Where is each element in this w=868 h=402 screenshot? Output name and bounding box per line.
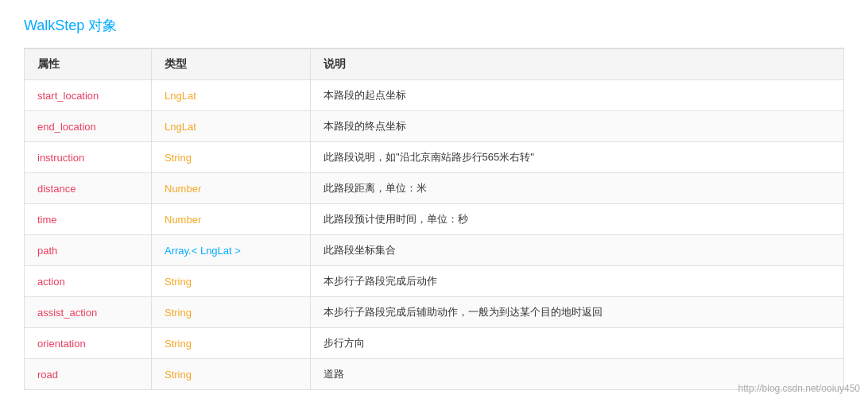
attr-value: action bbox=[37, 276, 65, 288]
header-desc: 说明 bbox=[311, 49, 844, 80]
type-value: String bbox=[165, 369, 192, 381]
cell-type: String bbox=[152, 359, 311, 390]
cell-desc: 此路段预计使用时间，单位：秒 bbox=[311, 204, 844, 235]
watermark: http://blog.csdn.net/ooiuy450 bbox=[738, 383, 860, 394]
header-attr: 属性 bbox=[25, 49, 152, 80]
table-row: orientationString步行方向 bbox=[25, 328, 844, 359]
type-value: String bbox=[165, 152, 192, 164]
cell-type: LngLat bbox=[152, 80, 311, 111]
cell-desc: 本路段的终点坐标 bbox=[311, 111, 844, 142]
desc-value: 步行方向 bbox=[324, 337, 365, 349]
desc-value: 道路 bbox=[324, 368, 344, 380]
header-type: 类型 bbox=[152, 49, 311, 80]
cell-type: Number bbox=[152, 204, 311, 235]
cell-type: LngLat bbox=[152, 111, 311, 142]
cell-attr: path bbox=[25, 235, 152, 266]
cell-desc: 本步行子路段完成后动作 bbox=[311, 266, 844, 297]
desc-value: 本路段的终点坐标 bbox=[324, 120, 406, 132]
cell-attr: instruction bbox=[25, 142, 152, 173]
table-row: end_locationLngLat本路段的终点坐标 bbox=[25, 111, 844, 142]
table-row: start_locationLngLat本路段的起点坐标 bbox=[25, 80, 844, 111]
type-value: String bbox=[165, 276, 192, 288]
cell-attr: start_location bbox=[25, 80, 152, 111]
table-row: actionString本步行子路段完成后动作 bbox=[25, 266, 844, 297]
attr-value: instruction bbox=[37, 152, 84, 164]
cell-desc: 步行方向 bbox=[311, 328, 844, 359]
cell-type: Array.< LngLat > bbox=[152, 235, 311, 266]
cell-attr: end_location bbox=[25, 111, 152, 142]
desc-value: 此路段距离，单位：米 bbox=[324, 182, 427, 194]
desc-value: 此路段预计使用时间，单位：秒 bbox=[324, 213, 468, 225]
table-row: instructionString此路段说明，如"沿北京南站路步行565米右转" bbox=[25, 142, 844, 173]
attr-value: assist_action bbox=[37, 307, 97, 319]
attr-value: end_location bbox=[37, 121, 96, 133]
cell-desc: 此路段说明，如"沿北京南站路步行565米右转" bbox=[311, 142, 844, 173]
table-row: distanceNumber此路段距离，单位：米 bbox=[25, 173, 844, 204]
table-header-row: 属性 类型 说明 bbox=[25, 49, 844, 80]
attr-value: road bbox=[37, 369, 58, 381]
cell-desc: 本路段的起点坐标 bbox=[311, 80, 844, 111]
attr-value: start_location bbox=[37, 90, 99, 102]
cell-attr: time bbox=[25, 204, 152, 235]
desc-value: 本步行子路段完成后动作 bbox=[324, 275, 437, 287]
cell-attr: action bbox=[25, 266, 152, 297]
cell-desc: 此路段坐标集合 bbox=[311, 235, 844, 266]
type-value: String bbox=[165, 338, 192, 350]
desc-value: 本步行子路段完成后辅助动作，一般为到达某个目的地时返回 bbox=[324, 306, 603, 318]
cell-type: String bbox=[152, 142, 311, 173]
attr-value: orientation bbox=[37, 338, 86, 350]
walkstep-table: 属性 类型 说明 start_locationLngLat本路段的起点坐标end… bbox=[24, 48, 844, 390]
type-value: Number bbox=[165, 214, 201, 226]
page-title: WalkStep 对象 bbox=[24, 16, 844, 35]
table-row: assist_actionString本步行子路段完成后辅助动作，一般为到达某个… bbox=[25, 297, 844, 328]
cell-type: String bbox=[152, 328, 311, 359]
cell-type: String bbox=[152, 297, 311, 328]
cell-type: String bbox=[152, 266, 311, 297]
type-value: Array.< LngLat > bbox=[165, 245, 241, 257]
desc-value: 此路段坐标集合 bbox=[324, 244, 396, 256]
table-row: pathArray.< LngLat >此路段坐标集合 bbox=[25, 235, 844, 266]
cell-desc: 本步行子路段完成后辅助动作，一般为到达某个目的地时返回 bbox=[311, 297, 844, 328]
cell-attr: assist_action bbox=[25, 297, 152, 328]
type-value: LngLat bbox=[165, 121, 196, 133]
attr-value: distance bbox=[37, 183, 76, 195]
cell-attr: orientation bbox=[25, 328, 152, 359]
type-value: Number bbox=[165, 183, 201, 195]
cell-type: Number bbox=[152, 173, 311, 204]
cell-attr: road bbox=[25, 359, 152, 390]
table-row: roadString道路 bbox=[25, 359, 844, 390]
desc-value: 此路段说明，如"沿北京南站路步行565米右转" bbox=[324, 151, 534, 163]
attr-value: time bbox=[37, 214, 57, 226]
desc-value: 本路段的起点坐标 bbox=[324, 89, 406, 101]
attr-value: path bbox=[37, 245, 57, 257]
cell-attr: distance bbox=[25, 173, 152, 204]
type-value: String bbox=[165, 307, 192, 319]
cell-desc: 此路段距离，单位：米 bbox=[311, 173, 844, 204]
type-value: LngLat bbox=[165, 90, 196, 102]
table-row: timeNumber此路段预计使用时间，单位：秒 bbox=[25, 204, 844, 235]
